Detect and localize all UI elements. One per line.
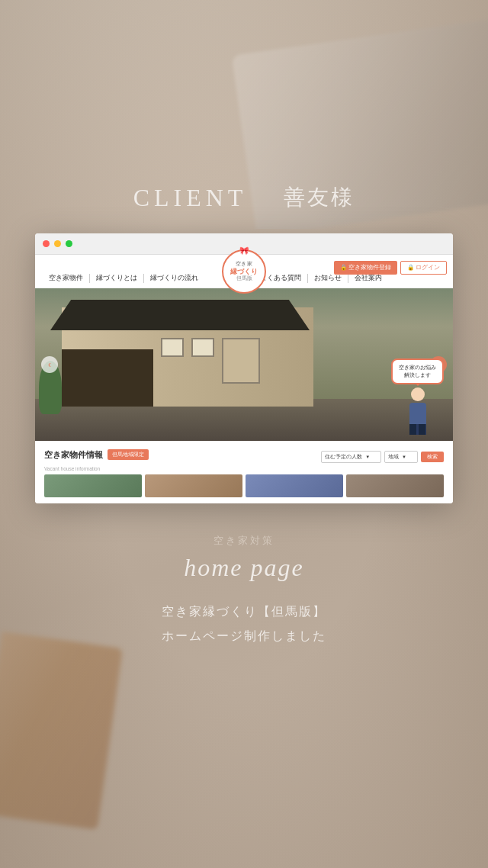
- region-select-label: 地域: [388, 454, 399, 459]
- site-navigation: 🔒 空き家物件登録 🔒 ログイン 空き家物件 縁づくりとは 縁づくりの流れ よく…: [35, 255, 453, 288]
- mascot-figure: [404, 387, 432, 433]
- logo-text-main: 縁づくり: [230, 268, 258, 276]
- select1-chevron: ▼: [365, 455, 370, 459]
- nav-link-flow[interactable]: 縁づくりの流れ: [143, 274, 204, 283]
- bottom-title-script: home page: [162, 552, 326, 584]
- listing-header: 空き家物件情報 但馬地域限定: [44, 448, 153, 461]
- mascot-leg-left: [409, 424, 416, 435]
- mascot-legs: [409, 424, 426, 435]
- client-header: CLIENT 善友様: [133, 183, 355, 212]
- listing-row: 空き家物件情報 但馬地域限定 住む予定の人数 ▼ 地域 ▼ 検索: [44, 448, 444, 466]
- hero-window-3: [222, 338, 260, 384]
- hero-section: ‹ › 空き家のお悩み解決します: [35, 288, 453, 441]
- nav-link-company[interactable]: 会社案内: [348, 274, 388, 283]
- hero-roof: [50, 300, 310, 330]
- listing-subtitle-text: Vacant house information: [44, 466, 444, 471]
- mascot-body: [409, 403, 426, 424]
- listing-image-3: [246, 474, 343, 497]
- prev-arrow-icon: ‹: [48, 359, 51, 370]
- hero-wooden-wall: [62, 349, 153, 407]
- client-label: CLIENT: [133, 184, 248, 212]
- login-button[interactable]: 🔒 ログイン: [400, 261, 447, 275]
- listing-image-2: [145, 474, 242, 497]
- description-line1: 空き家縁づくり【但馬版】: [162, 605, 326, 618]
- listing-persons-select[interactable]: 住む予定の人数 ▼: [321, 451, 381, 463]
- nav-link-about[interactable]: 縁づくりとは: [89, 274, 143, 283]
- listing-region-select[interactable]: 地域 ▼: [384, 451, 418, 463]
- speech-bubble: 空き家のお悩み解決します: [391, 358, 444, 384]
- site-logo: 🎀 空き家 縁づくり 但馬版: [222, 249, 266, 294]
- browser-expand-dot: [66, 240, 72, 247]
- hero-window-2: [191, 338, 214, 357]
- client-name: 善友様: [284, 183, 355, 212]
- listing-title: 空き家物件情報: [44, 449, 103, 461]
- logo-text-sub: 但馬版: [236, 275, 252, 282]
- bottom-subtitle: 空き家対策: [162, 534, 326, 548]
- nav-link-news[interactable]: お知らせ: [307, 274, 348, 283]
- persons-select-label: 住む予定の人数: [325, 454, 362, 459]
- mascot-leg-right: [419, 424, 425, 435]
- browser-minimize-dot: [54, 240, 61, 247]
- listing-image-1: [44, 474, 142, 497]
- listing-badge: 但馬地域限定: [108, 449, 149, 460]
- listing-images: [44, 474, 444, 497]
- listing-image-4: [346, 474, 444, 497]
- logo-text-top: 空き家: [236, 260, 253, 268]
- website-mockup: 🔒 空き家物件登録 🔒 ログイン 空き家物件 縁づくりとは 縁づくりの流れ よく…: [35, 233, 453, 503]
- listing-search-controls[interactable]: 住む予定の人数 ▼ 地域 ▼ 検索: [321, 451, 444, 463]
- hero-prev-arrow[interactable]: ‹: [41, 356, 58, 373]
- property-listing-section: 空き家物件情報 但馬地域限定 住む予定の人数 ▼ 地域 ▼ 検索 Vaca: [35, 441, 453, 503]
- bottom-description: 空き家縁づくり【但馬版】 ホームページ制作しました: [162, 600, 326, 648]
- bottom-section: 空き家対策 home page 空き家縁づくり【但馬版】 ホームページ制作しまし…: [139, 534, 349, 648]
- logo-icon: 🎀: [239, 246, 249, 255]
- hero-mascot-area: 空き家のお悩み解決します: [391, 358, 444, 433]
- mascot-head: [411, 387, 425, 401]
- nav-link-properties[interactable]: 空き家物件: [43, 274, 89, 283]
- main-content: CLIENT 善友様 🔒 空き家物件登録 🔒 ログイン 空き家物件 縁づくりとは…: [0, 0, 488, 868]
- listing-search-button[interactable]: 検索: [421, 452, 444, 462]
- hero-window-1: [161, 338, 184, 357]
- register-button[interactable]: 🔒 空き家物件登録: [334, 261, 397, 275]
- select2-chevron: ▼: [402, 455, 406, 459]
- browser-close-dot: [43, 240, 50, 247]
- nav-action-buttons: 🔒 空き家物件登録 🔒 ログイン: [334, 261, 447, 275]
- speech-bubble-text: 空き家のお悩み解決します: [399, 365, 436, 378]
- description-line2: ホームページ制作しました: [162, 629, 326, 642]
